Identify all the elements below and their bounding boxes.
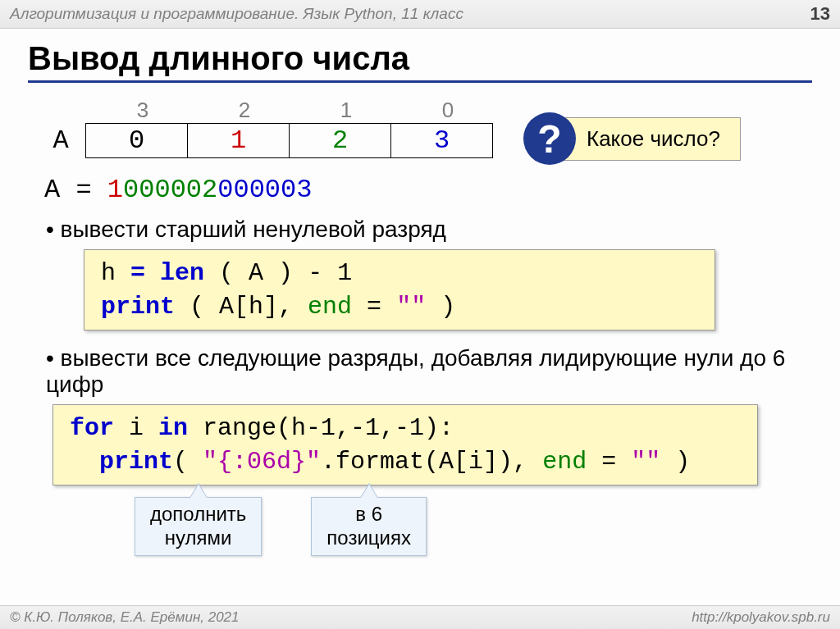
callout-row: дополнить нулями в 6 позициях: [135, 497, 812, 556]
c2-open: (: [173, 448, 203, 476]
c1-len: len: [160, 259, 204, 287]
c1-arg: ( A ): [219, 259, 293, 287]
c1-minus: - 1: [308, 259, 352, 287]
c2-in: in: [158, 414, 188, 442]
c1-eq: =: [130, 259, 145, 287]
bullet-1: вывести старший ненулевой разряд: [46, 217, 812, 243]
cell-1: 1: [188, 124, 290, 158]
array-indices: 3 2 1 0: [92, 98, 499, 123]
c2-args: (h-1,-1,-1):: [276, 414, 454, 442]
equation-line: A = 1000002000003: [44, 175, 812, 205]
c1-print: print: [101, 293, 175, 321]
c2-end: end: [542, 448, 587, 476]
c2-for: for: [70, 414, 114, 442]
bullet-2: вывести все следующие разряды, добавляя …: [46, 345, 812, 398]
c2-str: "": [631, 448, 660, 476]
footer-bar: © К.Ю. Поляков, Е.А. Ерёмин, 2021 http:/…: [0, 605, 840, 629]
array-label: A: [36, 125, 85, 156]
eq-lead: A =: [44, 175, 107, 205]
callout-6-positions: в 6 позициях: [311, 497, 427, 556]
c2-dot: .format(A[i]),: [321, 448, 542, 476]
slide-title: Вывод длинного числа: [28, 40, 812, 83]
eq-p3: 000003: [217, 175, 312, 205]
c2-eq: =: [601, 448, 616, 476]
callout-pad-zeros: дополнить нулями: [135, 497, 262, 556]
idx-2: 2: [194, 98, 295, 123]
question-text: Какое число?: [561, 117, 741, 161]
c1-open: ( A[h],: [189, 293, 308, 321]
c1-eq2: =: [367, 293, 381, 321]
c2-range: range: [188, 414, 276, 442]
idx-1: 1: [295, 98, 397, 123]
idx-3: 3: [92, 98, 194, 123]
question-mark-icon: ?: [523, 112, 576, 165]
question-callout: ? Какое число?: [523, 112, 741, 165]
eq-p1: 1: [107, 175, 123, 205]
header-bar: Алгоритмизация и программирование. Язык …: [0, 0, 840, 29]
c1-h: h: [101, 259, 116, 287]
c2-fmt: "{:06d}": [203, 448, 321, 476]
code-block-2: for i in range(h-1,-1,-1): print( "{:06d…: [52, 404, 758, 485]
array-block: 3 2 1 0 A 0 1 2 3: [36, 98, 499, 158]
c2-close: ): [660, 448, 690, 476]
c2-var: i: [114, 414, 158, 442]
c1-end: end: [308, 293, 352, 321]
callout-2-text: в 6 позициях: [326, 503, 411, 549]
page-number: 13: [810, 3, 830, 25]
code-block-1: h = len ( A ) - 1 print ( A[h], end = ""…: [84, 249, 715, 330]
cell-0: 0: [86, 124, 188, 158]
c2-print: print: [99, 448, 173, 476]
c1-str: "": [396, 293, 426, 321]
site-url: http://kpolyakov.spb.ru: [692, 609, 830, 626]
array-table: 0 1 2 3: [85, 123, 493, 158]
course-title: Алгоритмизация и программирование. Язык …: [10, 5, 463, 23]
copyright: © К.Ю. Поляков, Е.А. Ерёмин, 2021: [10, 609, 240, 626]
cell-3: 3: [391, 124, 493, 158]
c2-pad: [70, 448, 99, 476]
idx-0: 0: [397, 98, 499, 123]
eq-p2: 000002: [123, 175, 217, 205]
callout-1-text: дополнить нулями: [150, 503, 246, 549]
c1-close: ): [426, 293, 455, 321]
cell-2: 2: [290, 124, 391, 158]
